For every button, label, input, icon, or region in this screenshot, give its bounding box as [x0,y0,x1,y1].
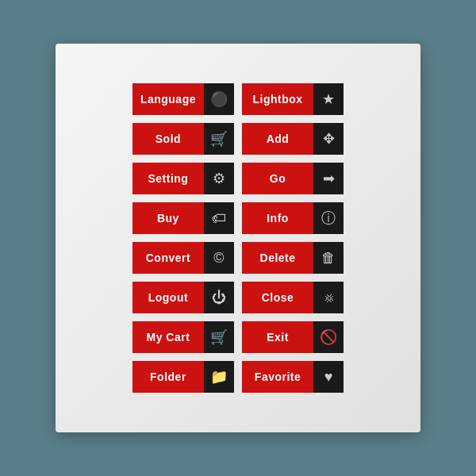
delete-button-icon: 🗑 [313,242,344,274]
exit-button[interactable]: Exit🚫 [242,321,344,353]
favorite-button[interactable]: Favorite♥ [242,361,344,393]
setting-button-icon: ⚙ [204,163,234,194]
buy-button-icon: 🏷 [204,202,234,234]
close-button-label: Close [242,282,313,313]
convert-button-icon: © [204,242,234,274]
language-button-icon: ⚫ [204,83,234,115]
exit-button-icon: 🚫 [313,321,344,353]
favorite-button-icon: ♥ [313,361,344,393]
main-card: Language⚫Lightbox★Sold🛒Add✥Setting⚙Go➡Bu… [56,44,420,432]
info-button[interactable]: Infoⓘ [242,202,344,234]
button-grid: Language⚫Lightbox★Sold🛒Add✥Setting⚙Go➡Bu… [117,67,359,409]
setting-button-label: Setting [132,163,204,194]
folder-button[interactable]: Folder📁 [132,361,234,393]
close-button-icon: ⨳ [313,282,344,313]
exit-button-label: Exit [242,321,313,353]
go-button[interactable]: Go➡ [242,163,344,194]
mycart-button[interactable]: My Cart🛒 [132,321,234,353]
buy-button-label: Buy [132,202,204,234]
folder-button-icon: 📁 [204,361,234,393]
add-button[interactable]: Add✥ [242,123,344,155]
mycart-button-label: My Cart [132,321,204,353]
convert-button-label: Convert [132,242,204,274]
lightbox-button-icon: ★ [313,83,344,115]
go-button-label: Go [242,163,313,194]
close-button[interactable]: Close⨳ [242,282,344,313]
logout-button[interactable]: Logout⏻ [132,282,234,313]
mycart-button-icon: 🛒 [204,321,234,353]
convert-button[interactable]: Convert© [132,242,234,274]
sold-button-icon: 🛒 [204,123,234,155]
favorite-button-label: Favorite [242,361,313,393]
logout-button-label: Logout [132,282,204,313]
folder-button-label: Folder [132,361,204,393]
sold-button[interactable]: Sold🛒 [132,123,234,155]
buy-button[interactable]: Buy🏷 [132,202,234,234]
logout-button-icon: ⏻ [204,282,234,313]
delete-button-label: Delete [242,242,313,274]
lightbox-button[interactable]: Lightbox★ [242,83,344,115]
language-button-label: Language [132,83,204,115]
go-button-icon: ➡ [313,163,344,194]
language-button[interactable]: Language⚫ [132,83,234,115]
setting-button[interactable]: Setting⚙ [132,163,234,194]
sold-button-label: Sold [132,123,204,155]
info-button-icon: ⓘ [313,202,344,234]
add-button-icon: ✥ [313,123,344,155]
lightbox-button-label: Lightbox [242,83,313,115]
info-button-label: Info [242,202,313,234]
add-button-label: Add [242,123,313,155]
delete-button[interactable]: Delete🗑 [242,242,344,274]
